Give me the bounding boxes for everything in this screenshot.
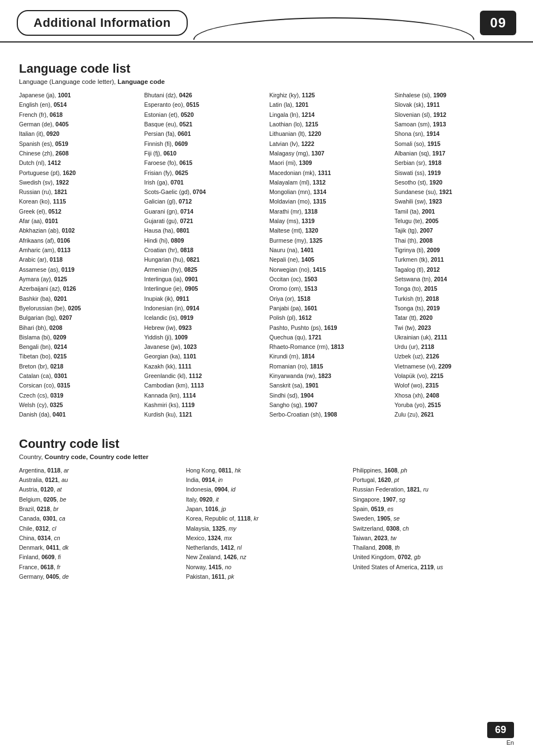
language-item: Finnish (fi), 0609 (144, 139, 264, 149)
language-item: Turkmen (tk), 2011 (394, 255, 514, 264)
language-item: Slovenian (sl), 1912 (394, 110, 514, 120)
language-item: Japanese (ja), 1001 (19, 91, 139, 100)
language-item: Fiji (fj), 0610 (144, 149, 264, 158)
language-item: Kannada (kn), 1114 (144, 391, 264, 400)
language-item: Sindhi (sd), 1904 (269, 391, 389, 400)
country-item: Netherlands, 1412, nl (186, 543, 348, 552)
header-page-number: 09 (480, 11, 516, 35)
country-item: Russian Federation, 1821, ru (353, 485, 514, 494)
page-header: Additional Information 09 (0, 0, 533, 42)
language-item: Byelorussian (be), 0205 (19, 304, 139, 313)
country-item: Austria, 0120, at (19, 485, 180, 494)
country-item: Spain, 0519, es (353, 504, 514, 514)
language-item: Yoruba (yo), 2515 (394, 400, 514, 410)
language-item: Oriya (or), 1518 (269, 294, 389, 304)
language-column-2: Kirghiz (ky), 1125Latin (la), 1201Lingal… (269, 91, 389, 420)
country-item: France, 0618, fr (19, 563, 180, 572)
header-title: Additional Information (17, 10, 188, 36)
language-item: Oromo (om), 1513 (269, 284, 389, 294)
language-item: Tamil (ta), 2001 (394, 207, 514, 216)
country-item: Denmark, 0411, dk (19, 543, 180, 552)
language-item: Xhosa (xh), 2408 (394, 391, 514, 400)
language-item: Afrikaans (af), 0106 (19, 236, 139, 245)
country-section-title: Country code list (19, 437, 514, 451)
language-item: Bislama (bi), 0209 (19, 333, 139, 342)
language-item: Bashkir (ba), 0201 (19, 294, 139, 304)
language-item: Breton (br), 0218 (19, 362, 139, 371)
language-item: Javanese (jw), 1023 (144, 342, 264, 352)
language-item: Sanskrit (sa), 1901 (269, 381, 389, 390)
country-item: Thailand, 2008, th (353, 543, 514, 552)
language-item: Armenian (hy), 0825 (144, 265, 264, 275)
language-item: Vietnamese (vi), 2209 (394, 362, 514, 371)
language-item: Czech (cs), 0319 (19, 391, 139, 400)
language-item: Occitan (oc), 1503 (269, 275, 389, 284)
language-item: Macedonian (mk), 1311 (269, 168, 389, 178)
language-item: Sinhalese (si), 1909 (394, 91, 514, 100)
language-item: Indonesian (in), 0914 (144, 304, 264, 313)
language-item: Croatian (hr), 0818 (144, 245, 264, 255)
language-item: Gujarati (gu), 0721 (144, 216, 264, 226)
footer-lang: En (507, 739, 514, 746)
country-item: Mexico, 1324, mx (186, 533, 348, 543)
language-item: Malayalam (ml), 1312 (269, 178, 389, 187)
language-item: Malagasy (mg), 1307 (269, 149, 389, 158)
language-item: Russian (ru), 1821 (19, 187, 139, 197)
language-section-title: Language code list (19, 62, 514, 76)
language-item: Panjabi (pa), 1601 (269, 304, 389, 313)
language-item: English (en), 0514 (19, 100, 139, 110)
language-item: Chinese (zh), 2608 (19, 149, 139, 158)
country-item: United Kingdom, 0702, gb (353, 552, 514, 562)
language-item: Tigrinya (ti), 2009 (394, 245, 514, 255)
language-item: Assamese (as), 0119 (19, 265, 139, 275)
language-column-0: Japanese (ja), 1001English (en), 0514Fre… (19, 91, 139, 420)
language-item: Slovak (sk), 1911 (394, 100, 514, 110)
language-item: Inupiak (ik), 0911 (144, 294, 264, 304)
language-item: Lingala (ln), 1214 (269, 110, 389, 120)
language-item: Spanish (es), 0519 (19, 139, 139, 149)
language-item: Hebrew (iw), 0923 (144, 323, 264, 333)
country-item: Chile, 0312, cl (19, 524, 180, 533)
country-subtitle-bold: Country code, Country code letter (45, 453, 149, 460)
country-item: Korea, Republic of, 1118, kr (186, 514, 348, 523)
country-item: Belgium, 0205, be (19, 495, 180, 504)
language-item: Georgian (ka), 1101 (144, 352, 264, 361)
language-item: Kirghiz (ky), 1125 (269, 91, 389, 100)
language-item: Zulu (zu), 2621 (394, 410, 514, 419)
language-item: Hindi (hi), 0809 (144, 236, 264, 245)
main-content: Language code list Language (Language co… (0, 42, 533, 604)
language-item: Polish (pl), 1612 (269, 313, 389, 323)
country-item: Brazil, 0218, br (19, 504, 180, 514)
language-item: Tsonga (ts), 2019 (394, 304, 514, 313)
language-item: Romanian (ro), 1815 (269, 362, 389, 371)
language-item: Frisian (fy), 0625 (144, 168, 264, 178)
language-item: Somali (so), 1915 (394, 139, 514, 149)
language-item: Maltese (mt), 1320 (269, 226, 389, 235)
language-item: Abkhazian (ab), 0102 (19, 226, 139, 235)
country-item: Taiwan, 2023, tw (353, 533, 514, 543)
country-item: Sweden, 1905, se (353, 514, 514, 523)
language-item: Shona (sn), 1914 (394, 129, 514, 139)
language-item: Faroese (fo), 0615 (144, 158, 264, 168)
language-item: Cambodian (km), 1113 (144, 381, 264, 390)
language-item: Albanian (sq), 1917 (394, 149, 514, 158)
language-item: Persian (fa), 0601 (144, 129, 264, 139)
country-item: Argentina, 0118, ar (19, 466, 180, 475)
language-item: Hungarian (hu), 0821 (144, 255, 264, 264)
language-item: Estonian (et), 0520 (144, 110, 264, 120)
language-subtitle-bold: Language code (117, 78, 164, 85)
country-item: Germany, 0405, de (19, 572, 180, 582)
language-item: Siswati (ss), 1919 (394, 168, 514, 178)
language-item: Sundanese (su), 1921 (394, 187, 514, 197)
language-item: Irish (ga), 0701 (144, 178, 264, 187)
language-item: Danish (da), 0401 (19, 410, 139, 419)
country-item: Portugal, 1620, pt (353, 475, 514, 485)
language-item: Dutch (nl), 1412 (19, 158, 139, 168)
language-item: Portuguese (pt), 1620 (19, 168, 139, 178)
language-item: Pashto, Pushto (ps), 1619 (269, 323, 389, 333)
country-column-2: Philippines, 1608, phPortugal, 1620, ptR… (353, 466, 514, 582)
language-item: Kashmiri (ks), 1119 (144, 400, 264, 410)
language-item: Tibetan (bo), 0215 (19, 352, 139, 361)
language-item: Thai (th), 2008 (394, 236, 514, 245)
language-item: Corsican (co), 0315 (19, 381, 139, 390)
